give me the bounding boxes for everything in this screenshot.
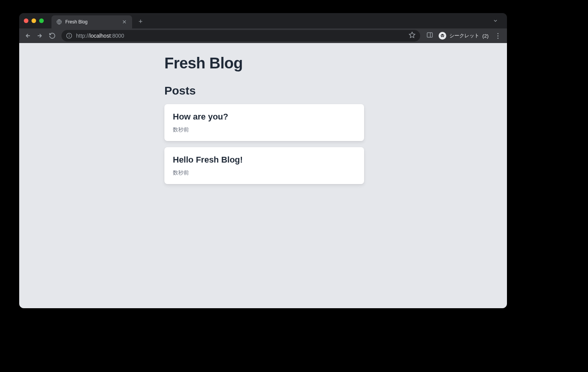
post-card[interactable]: Hello Fresh Blog! 数秒前 — [164, 147, 364, 184]
bookmark-icon[interactable] — [409, 32, 416, 40]
incognito-badge[interactable]: シークレット (2) — [439, 32, 489, 40]
back-button[interactable] — [22, 30, 33, 41]
minimize-window-button[interactable] — [31, 18, 36, 23]
close-tab-button[interactable]: ✕ — [121, 19, 128, 25]
side-panel-icon[interactable] — [426, 32, 433, 40]
incognito-count: (2) — [482, 33, 489, 39]
site-info-icon[interactable] — [66, 33, 72, 39]
section-heading: Posts — [164, 84, 364, 97]
reload-button[interactable] — [47, 30, 58, 41]
incognito-icon — [439, 32, 446, 40]
globe-icon — [56, 19, 62, 25]
svg-rect-8 — [427, 33, 432, 37]
tab-title: Fresh Blog — [65, 19, 118, 25]
more-menu-button[interactable] — [494, 33, 502, 39]
url-host: localhost — [89, 33, 111, 39]
browser-tab[interactable]: Fresh Blog ✕ — [51, 15, 132, 28]
post-title: Hello Fresh Blog! — [173, 155, 356, 165]
window-controls — [24, 18, 44, 23]
post-timestamp: 数秒前 — [173, 169, 356, 176]
blog-container: Fresh Blog Posts How are you? 数秒前 Hello … — [164, 55, 364, 184]
toolbar-right: シークレット (2) — [424, 32, 504, 40]
post-card[interactable]: How are you? 数秒前 — [164, 104, 364, 141]
forward-button[interactable] — [35, 30, 45, 41]
maximize-window-button[interactable] — [39, 18, 44, 23]
tab-bar-right — [492, 17, 502, 25]
svg-marker-7 — [409, 32, 415, 38]
toolbar: http://localhost:8000 — [19, 28, 507, 43]
post-title: How are you? — [173, 112, 356, 122]
url-port: :8000 — [111, 33, 124, 39]
browser-window: Fresh Blog ✕ + — [19, 13, 507, 308]
tab-bar: Fresh Blog ✕ + — [19, 13, 507, 28]
url-text: http://localhost:8000 — [76, 33, 124, 39]
page-content: Fresh Blog Posts How are you? 数秒前 Hello … — [19, 43, 507, 308]
new-tab-button[interactable]: + — [135, 16, 146, 27]
close-window-button[interactable] — [24, 18, 28, 23]
address-bar[interactable]: http://localhost:8000 — [61, 30, 420, 42]
post-timestamp: 数秒前 — [173, 126, 356, 133]
url-protocol: http:// — [76, 33, 89, 39]
svg-point-6 — [69, 35, 70, 35]
page-title: Fresh Blog — [164, 55, 364, 72]
incognito-label: シークレット — [449, 32, 479, 39]
tab-list-button[interactable] — [492, 17, 499, 25]
